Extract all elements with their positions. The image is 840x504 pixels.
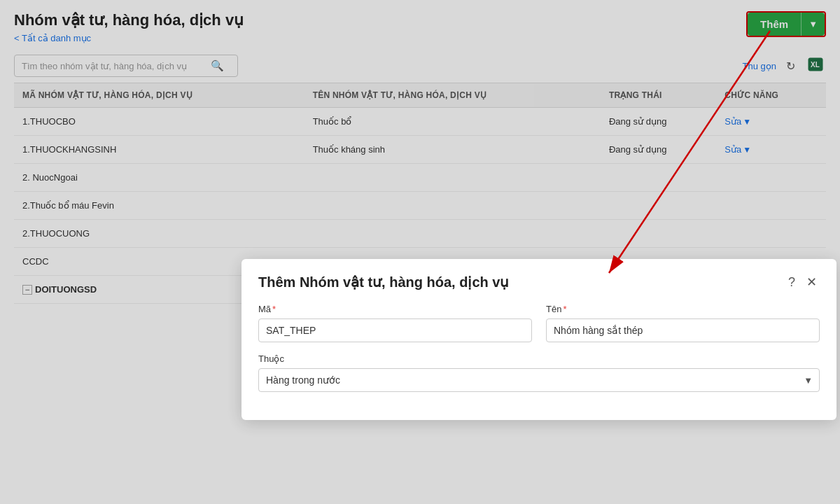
- modal-body: Mã* Tên* Thuộc Hàng trong nước Hàng nhập…: [241, 298, 836, 392]
- form-group-ma: Mã*: [258, 304, 532, 342]
- thuoc-select[interactable]: Hàng trong nước Hàng nhập khẩu: [258, 368, 820, 392]
- modal-header-icons: ? ✕: [785, 273, 820, 291]
- modal-overlay: [0, 0, 840, 504]
- ten-required-star: *: [563, 304, 566, 314]
- form-group-ten: Tên*: [546, 304, 820, 342]
- modal-header: Thêm Nhóm vật tư, hàng hóa, dịch vụ ? ✕: [241, 259, 836, 298]
- modal-help-button[interactable]: ?: [785, 274, 798, 291]
- form-group-thuoc: Thuộc Hàng trong nước Hàng nhập khẩu ▼: [258, 354, 820, 392]
- form-row-2: Thuộc Hàng trong nước Hàng nhập khẩu ▼: [258, 354, 820, 392]
- modal-close-button[interactable]: ✕: [804, 273, 820, 291]
- ma-label: Mã*: [258, 304, 532, 314]
- add-modal: Thêm Nhóm vật tư, hàng hóa, dịch vụ ? ✕ …: [241, 259, 836, 420]
- form-row-1: Mã* Tên*: [258, 304, 820, 342]
- ma-required-star: *: [272, 304, 276, 314]
- ten-label: Tên*: [546, 304, 820, 314]
- ten-input[interactable]: [546, 318, 820, 342]
- thuoc-select-wrapper: Hàng trong nước Hàng nhập khẩu ▼: [258, 368, 820, 392]
- modal-title: Thêm Nhóm vật tư, hàng hóa, dịch vụ: [258, 274, 509, 290]
- ma-input[interactable]: [258, 318, 532, 342]
- thuoc-label: Thuộc: [258, 354, 820, 364]
